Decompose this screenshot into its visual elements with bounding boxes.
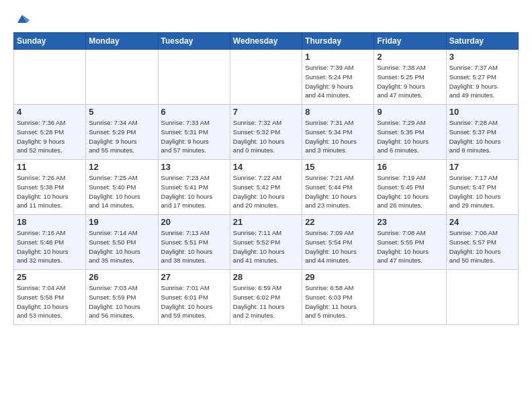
calendar-cell: 4Sunrise: 7:36 AM Sunset: 5:28 PM Daylig… xyxy=(14,105,86,160)
day-info: Sunrise: 7:03 AM Sunset: 5:59 PM Dayligh… xyxy=(89,283,154,320)
day-number: 9 xyxy=(377,107,443,117)
day-number: 7 xyxy=(233,107,299,117)
calendar-cell: 20Sunrise: 7:13 AM Sunset: 5:51 PM Dayli… xyxy=(158,215,230,270)
weekday-header: Sunday xyxy=(14,33,86,50)
day-number: 25 xyxy=(17,272,83,282)
day-number: 2 xyxy=(377,52,443,62)
day-info: Sunrise: 7:38 AM Sunset: 5:25 PM Dayligh… xyxy=(377,63,443,100)
day-number: 4 xyxy=(17,107,83,117)
day-info: Sunrise: 7:29 AM Sunset: 5:35 PM Dayligh… xyxy=(377,118,443,155)
day-number: 16 xyxy=(377,162,443,172)
day-info: Sunrise: 7:16 AM Sunset: 5:48 PM Dayligh… xyxy=(17,228,83,265)
calendar-cell: 3Sunrise: 7:37 AM Sunset: 5:27 PM Daylig… xyxy=(446,50,518,105)
day-number: 19 xyxy=(89,217,154,227)
calendar-cell: 10Sunrise: 7:28 AM Sunset: 5:37 PM Dayli… xyxy=(446,105,518,160)
weekday-header: Monday xyxy=(86,33,158,50)
day-number: 18 xyxy=(17,217,83,227)
calendar-cell: 13Sunrise: 7:23 AM Sunset: 5:41 PM Dayli… xyxy=(158,160,230,215)
calendar-week-row: 11Sunrise: 7:26 AM Sunset: 5:38 PM Dayli… xyxy=(14,160,519,215)
day-number: 6 xyxy=(161,107,227,117)
day-number: 15 xyxy=(305,162,371,172)
calendar-cell xyxy=(86,50,158,105)
calendar-week-row: 25Sunrise: 7:04 AM Sunset: 5:58 PM Dayli… xyxy=(14,270,519,325)
calendar-cell: 21Sunrise: 7:11 AM Sunset: 5:52 PM Dayli… xyxy=(230,215,302,270)
day-info: Sunrise: 7:36 AM Sunset: 5:28 PM Dayligh… xyxy=(17,118,83,155)
day-number: 22 xyxy=(305,217,371,227)
day-number: 13 xyxy=(161,162,227,172)
day-number: 10 xyxy=(449,107,515,117)
day-number: 8 xyxy=(305,107,371,117)
calendar-cell xyxy=(230,50,302,105)
calendar-header-row: SundayMondayTuesdayWednesdayThursdayFrid… xyxy=(14,33,519,50)
day-number: 14 xyxy=(233,162,299,172)
day-info: Sunrise: 7:37 AM Sunset: 5:27 PM Dayligh… xyxy=(449,63,515,100)
day-info: Sunrise: 7:39 AM Sunset: 5:24 PM Dayligh… xyxy=(305,63,371,100)
day-info: Sunrise: 7:25 AM Sunset: 5:40 PM Dayligh… xyxy=(89,173,154,210)
calendar-cell: 5Sunrise: 7:34 AM Sunset: 5:29 PM Daylig… xyxy=(86,105,158,160)
day-number: 21 xyxy=(233,217,299,227)
calendar-cell: 17Sunrise: 7:17 AM Sunset: 5:47 PM Dayli… xyxy=(446,160,518,215)
calendar-cell: 22Sunrise: 7:09 AM Sunset: 5:54 PM Dayli… xyxy=(302,215,374,270)
day-number: 26 xyxy=(89,272,154,282)
calendar-cell: 8Sunrise: 7:31 AM Sunset: 5:34 PM Daylig… xyxy=(302,105,374,160)
logo-icon xyxy=(15,11,30,26)
day-number: 1 xyxy=(305,52,371,62)
day-info: Sunrise: 7:13 AM Sunset: 5:51 PM Dayligh… xyxy=(161,228,227,265)
day-info: Sunrise: 7:01 AM Sunset: 6:01 PM Dayligh… xyxy=(161,283,227,320)
calendar-cell xyxy=(374,270,446,325)
page-container: SundayMondayTuesdayWednesdayThursdayFrid… xyxy=(0,0,532,332)
day-info: Sunrise: 7:26 AM Sunset: 5:38 PM Dayligh… xyxy=(17,173,83,210)
calendar-cell: 12Sunrise: 7:25 AM Sunset: 5:40 PM Dayli… xyxy=(86,160,158,215)
day-info: Sunrise: 7:17 AM Sunset: 5:47 PM Dayligh… xyxy=(449,173,515,210)
day-number: 17 xyxy=(449,162,515,172)
calendar-cell: 28Sunrise: 6:59 AM Sunset: 6:02 PM Dayli… xyxy=(230,270,302,325)
day-info: Sunrise: 7:08 AM Sunset: 5:55 PM Dayligh… xyxy=(377,228,443,265)
calendar-cell: 15Sunrise: 7:21 AM Sunset: 5:44 PM Dayli… xyxy=(302,160,374,215)
calendar-cell: 9Sunrise: 7:29 AM Sunset: 5:35 PM Daylig… xyxy=(374,105,446,160)
day-number: 24 xyxy=(449,217,515,227)
calendar-table: SundayMondayTuesdayWednesdayThursdayFrid… xyxy=(13,32,519,325)
page-header xyxy=(13,11,519,26)
calendar-cell: 2Sunrise: 7:38 AM Sunset: 5:25 PM Daylig… xyxy=(374,50,446,105)
calendar-week-row: 4Sunrise: 7:36 AM Sunset: 5:28 PM Daylig… xyxy=(14,105,519,160)
calendar-body: 1Sunrise: 7:39 AM Sunset: 5:24 PM Daylig… xyxy=(14,50,519,325)
day-info: Sunrise: 7:21 AM Sunset: 5:44 PM Dayligh… xyxy=(305,173,371,210)
day-info: Sunrise: 6:59 AM Sunset: 6:02 PM Dayligh… xyxy=(233,283,299,320)
day-info: Sunrise: 7:14 AM Sunset: 5:50 PM Dayligh… xyxy=(89,228,154,265)
day-info: Sunrise: 6:58 AM Sunset: 6:03 PM Dayligh… xyxy=(305,283,371,320)
weekday-header: Tuesday xyxy=(158,33,230,50)
calendar-cell: 19Sunrise: 7:14 AM Sunset: 5:50 PM Dayli… xyxy=(86,215,158,270)
day-number: 20 xyxy=(161,217,227,227)
day-number: 23 xyxy=(377,217,443,227)
calendar-week-row: 1Sunrise: 7:39 AM Sunset: 5:24 PM Daylig… xyxy=(14,50,519,105)
day-number: 12 xyxy=(89,162,154,172)
day-number: 11 xyxy=(17,162,83,172)
day-number: 29 xyxy=(305,272,371,282)
calendar-cell: 23Sunrise: 7:08 AM Sunset: 5:55 PM Dayli… xyxy=(374,215,446,270)
weekday-header: Saturday xyxy=(446,33,518,50)
calendar-cell: 18Sunrise: 7:16 AM Sunset: 5:48 PM Dayli… xyxy=(14,215,86,270)
calendar-cell: 24Sunrise: 7:06 AM Sunset: 5:57 PM Dayli… xyxy=(446,215,518,270)
calendar-cell: 27Sunrise: 7:01 AM Sunset: 6:01 PM Dayli… xyxy=(158,270,230,325)
day-info: Sunrise: 7:33 AM Sunset: 5:31 PM Dayligh… xyxy=(161,118,227,155)
day-info: Sunrise: 7:06 AM Sunset: 5:57 PM Dayligh… xyxy=(449,228,515,265)
calendar-cell: 1Sunrise: 7:39 AM Sunset: 5:24 PM Daylig… xyxy=(302,50,374,105)
calendar-cell: 11Sunrise: 7:26 AM Sunset: 5:38 PM Dayli… xyxy=(14,160,86,215)
day-number: 5 xyxy=(89,107,154,117)
day-info: Sunrise: 7:09 AM Sunset: 5:54 PM Dayligh… xyxy=(305,228,371,265)
calendar-cell: 6Sunrise: 7:33 AM Sunset: 5:31 PM Daylig… xyxy=(158,105,230,160)
weekday-header: Thursday xyxy=(302,33,374,50)
day-info: Sunrise: 7:31 AM Sunset: 5:34 PM Dayligh… xyxy=(305,118,371,155)
calendar-cell xyxy=(14,50,86,105)
day-number: 28 xyxy=(233,272,299,282)
day-info: Sunrise: 7:22 AM Sunset: 5:42 PM Dayligh… xyxy=(233,173,299,210)
calendar-cell xyxy=(158,50,230,105)
calendar-cell xyxy=(446,270,518,325)
weekday-header: Wednesday xyxy=(230,33,302,50)
day-info: Sunrise: 7:34 AM Sunset: 5:29 PM Dayligh… xyxy=(89,118,154,155)
day-info: Sunrise: 7:32 AM Sunset: 5:32 PM Dayligh… xyxy=(233,118,299,155)
day-info: Sunrise: 7:19 AM Sunset: 5:45 PM Dayligh… xyxy=(377,173,443,210)
calendar-cell: 29Sunrise: 6:58 AM Sunset: 6:03 PM Dayli… xyxy=(302,270,374,325)
calendar-cell: 14Sunrise: 7:22 AM Sunset: 5:42 PM Dayli… xyxy=(230,160,302,215)
calendar-cell: 26Sunrise: 7:03 AM Sunset: 5:59 PM Dayli… xyxy=(86,270,158,325)
